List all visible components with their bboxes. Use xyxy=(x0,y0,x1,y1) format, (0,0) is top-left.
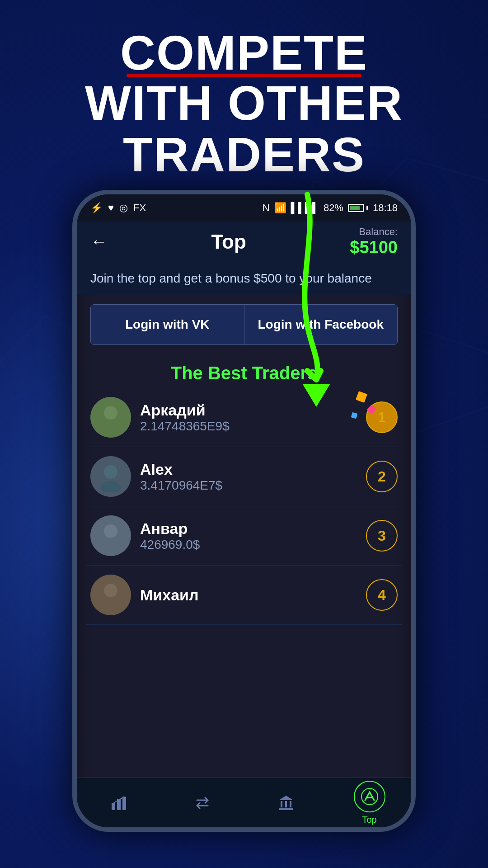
login-buttons-container: Login with VK Login with Facebook xyxy=(90,304,398,345)
svg-rect-24 xyxy=(279,808,293,810)
screen-content: Join the top and get a bonus $500 to you… xyxy=(77,262,411,782)
avatar xyxy=(90,397,131,438)
chart-nav-icon xyxy=(108,792,130,814)
phone-frame: ⚡ ♥ ◎ FX N 📶 ▌▌▌▌ 82% 18:18 xyxy=(72,190,416,832)
list-item: Аркадий 2.14748365E9$ 1 xyxy=(86,388,402,447)
nav-item-bank[interactable] xyxy=(244,792,328,814)
list-item: Михаил 4 xyxy=(86,566,402,625)
trader-name: Alex xyxy=(140,461,357,478)
exchange-nav-icon xyxy=(191,792,214,814)
nav-item-top[interactable]: Top xyxy=(328,781,411,825)
login-vk-button[interactable]: Login with VK xyxy=(91,305,244,344)
trader-info: Аркадий 2.14748365E9$ xyxy=(140,401,357,434)
balance-display: Balance: $5100 xyxy=(350,226,398,257)
trader-info: Михаил xyxy=(140,586,357,604)
hero-section: COMPETE WITH OTHER TRADERS xyxy=(0,27,488,180)
battery-icon xyxy=(348,204,368,212)
svg-marker-20 xyxy=(279,796,293,800)
usb-icon: ⚡ xyxy=(90,202,103,214)
nav-item-chart[interactable] xyxy=(77,792,160,814)
svg-point-16 xyxy=(101,599,121,611)
hero-line1: COMPETE xyxy=(85,27,403,78)
trader-info: Alex 3.4170964E7$ xyxy=(140,461,357,493)
traders-list: Аркадий 2.14748365E9$ 1 xyxy=(77,388,411,625)
svg-rect-22 xyxy=(285,801,287,807)
svg-point-14 xyxy=(101,540,121,552)
svg-point-13 xyxy=(104,524,117,538)
bonus-banner: Join the top and get a bonus $500 to you… xyxy=(77,262,411,295)
hero-line3: TRADERS xyxy=(123,127,365,182)
svg-rect-23 xyxy=(290,801,291,807)
signal-bars: ▌▌▌▌ xyxy=(291,202,319,214)
status-bar: ⚡ ♥ ◎ FX N 📶 ▌▌▌▌ 82% 18:18 xyxy=(77,194,411,222)
app-header: ← Top Balance: $5100 xyxy=(77,222,411,262)
trader-name: Анвар xyxy=(140,520,357,538)
svg-rect-17 xyxy=(112,803,115,810)
avatar xyxy=(90,515,131,556)
svg-point-10 xyxy=(101,422,121,433)
trader-name: Михаил xyxy=(140,586,357,604)
list-item: Анвар 426969.0$ 3 xyxy=(86,506,402,566)
trader-amount: 426969.0$ xyxy=(140,538,357,552)
bonus-text: Join the top and get a bonus $500 to you… xyxy=(90,271,372,285)
avatar xyxy=(90,456,131,497)
hero-line2: WITH OTHER xyxy=(85,75,403,130)
trader-name: Аркадий xyxy=(140,401,357,419)
nfc-icon: N xyxy=(263,202,270,214)
bottom-navigation: Top xyxy=(77,778,411,827)
status-left: ⚡ ♥ ◎ FX xyxy=(90,202,146,214)
svg-point-9 xyxy=(104,406,117,420)
phone-mockup: ⚡ ♥ ◎ FX N 📶 ▌▌▌▌ 82% 18:18 xyxy=(72,190,416,832)
list-item: Alex 3.4170964E7$ 2 xyxy=(86,447,402,506)
trader-amount: 2.14748365E9$ xyxy=(140,419,357,434)
nav-item-exchange[interactable] xyxy=(160,792,244,814)
wifi-icon: 📶 xyxy=(274,202,286,214)
rank-badge: 4 xyxy=(366,579,398,611)
balance-value: $5100 xyxy=(350,238,398,257)
top-nav-icon xyxy=(354,781,385,812)
avatar xyxy=(90,575,131,615)
back-button[interactable]: ← xyxy=(90,232,108,251)
svg-point-12 xyxy=(101,481,121,492)
svg-rect-19 xyxy=(122,797,126,810)
svg-point-15 xyxy=(104,584,117,597)
heart-icon: ♥ xyxy=(108,202,114,214)
status-right: N 📶 ▌▌▌▌ 82% 18:18 xyxy=(263,202,398,214)
login-facebook-button[interactable]: Login with Facebook xyxy=(244,305,398,344)
trader-amount: 3.4170964E7$ xyxy=(140,478,357,493)
svg-rect-21 xyxy=(281,801,282,807)
svg-point-11 xyxy=(104,465,117,479)
trader-info: Анвар 426969.0$ xyxy=(140,520,357,552)
fx-label: FX xyxy=(133,202,146,214)
best-traders-title: The Best Traders xyxy=(77,354,411,388)
page-title: Top xyxy=(211,231,246,253)
time-display: 18:18 xyxy=(373,202,398,214)
rank-badge: 3 xyxy=(366,520,398,552)
top-nav-label: Top xyxy=(362,815,376,825)
circle-icon: ◎ xyxy=(119,202,128,214)
battery-pct: 82% xyxy=(324,202,343,214)
rank-badge: 2 xyxy=(366,461,398,492)
bank-nav-icon xyxy=(275,792,297,814)
balance-label: Balance: xyxy=(350,226,398,238)
